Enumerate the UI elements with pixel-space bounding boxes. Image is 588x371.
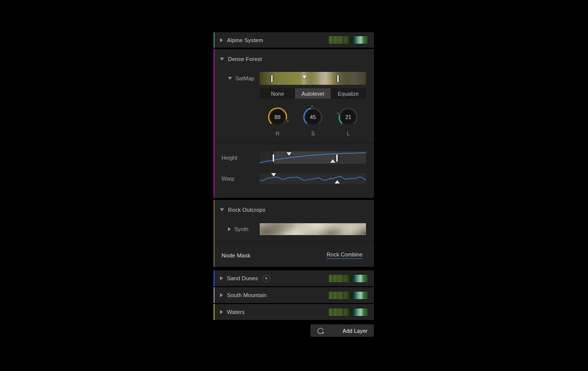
expand-arrow-icon[interactable]: [220, 208, 224, 211]
knob-value: 88: [265, 105, 290, 129]
saturation-knob[interactable]: 45: [300, 105, 325, 129]
collapse-arrow-icon[interactable]: [220, 276, 223, 280]
collapse-arrow-icon[interactable]: [228, 227, 231, 231]
layer-section-rock-outcrops: Rock Outcrops Synth Node Mask Rock Combi…: [214, 200, 374, 267]
hidden-eye-icon[interactable]: [263, 275, 270, 282]
height-curve-editor[interactable]: [260, 151, 366, 164]
collapse-arrow-icon[interactable]: [220, 293, 223, 297]
layer-thumbnail[interactable]: [329, 275, 368, 282]
mode-button-none[interactable]: None: [260, 88, 295, 99]
layer-header-dense-forest[interactable]: Dense Forest: [215, 49, 374, 64]
node-mask-label: Node Mask: [221, 252, 250, 258]
lightness-knob[interactable]: 21: [336, 105, 361, 129]
layers-panel: Alpine System Dense Forest SatMap: [214, 32, 374, 337]
hsl-knobs-row: 88 H 45 S 21 L: [260, 105, 366, 136]
knob-label: L: [347, 131, 350, 136]
layer-name: Alpine System: [227, 37, 263, 43]
divider: [215, 143, 374, 143]
range-handle-right[interactable]: [336, 154, 338, 162]
synth-row: Synth: [215, 223, 374, 235]
collapse-arrow-icon[interactable]: [220, 38, 223, 42]
gradient-marker[interactable]: [302, 75, 307, 79]
levels-mode-segmented-control: None Autolevel Equalize: [260, 88, 366, 99]
top-marker[interactable]: [271, 173, 276, 177]
layer-thumbnail[interactable]: [329, 292, 368, 299]
height-row: Height: [215, 151, 374, 164]
range-handle-left[interactable]: [272, 154, 275, 162]
layer-header-rock-outcrops[interactable]: Rock Outcrops: [215, 200, 374, 215]
bottom-marker[interactable]: [335, 180, 340, 184]
mode-button-equalize[interactable]: Equalize: [331, 88, 366, 99]
height-curve: [260, 151, 366, 164]
collapse-arrow-icon[interactable]: [220, 310, 223, 314]
layer-thumbnail[interactable]: [329, 36, 368, 44]
warp-label: Warp: [215, 176, 260, 182]
layer-name: Waters: [227, 309, 245, 315]
warp-curve-editor[interactable]: [260, 173, 366, 184]
layer-name: Sand Dunes: [227, 275, 258, 281]
satmap-row: SatMap: [215, 72, 374, 85]
synth-label: Synth: [234, 226, 248, 232]
footer: Add Layer: [214, 324, 374, 337]
gradient-handle-left[interactable]: [271, 74, 273, 83]
layer-thumbnail[interactable]: [329, 309, 368, 316]
knob-label: H: [276, 131, 279, 136]
hue-knob[interactable]: 88: [265, 105, 290, 129]
synth-texture-thumbnail[interactable]: [260, 223, 366, 235]
node-mask-link[interactable]: Rock Combine: [327, 251, 363, 259]
knob-value: 21: [336, 105, 361, 129]
expand-arrow-icon[interactable]: [220, 58, 224, 61]
knob-label: S: [311, 131, 315, 136]
node-mask-row: Node Mask Rock Combine: [215, 242, 374, 267]
layer-name: Dense Forest: [228, 56, 262, 62]
knob-value: 45: [300, 105, 325, 129]
add-layer-circle-plus-icon: [316, 326, 325, 335]
layer-name: South Mountain: [227, 292, 267, 298]
layer-section-dense-forest: Dense Forest SatMap None Autolevel Equal…: [214, 49, 374, 198]
bottom-marker[interactable]: [330, 159, 335, 163]
top-marker[interactable]: [287, 152, 292, 156]
height-label: Height: [215, 155, 260, 161]
add-layer-label: Add Layer: [343, 328, 368, 334]
layer-row-alpine-system[interactable]: Alpine System: [214, 32, 374, 48]
satmap-label: SatMap: [235, 75, 254, 81]
expand-arrow-icon[interactable]: [228, 77, 232, 80]
layer-name: Rock Outcrops: [228, 207, 265, 213]
mode-button-autolevel[interactable]: Autolevel: [295, 88, 330, 99]
add-layer-button[interactable]: Add Layer: [310, 324, 374, 337]
layer-row-sand-dunes[interactable]: Sand Dunes: [214, 270, 374, 286]
layer-row-south-mountain[interactable]: South Mountain: [214, 287, 374, 303]
layer-row-waters[interactable]: Waters: [214, 304, 374, 320]
warp-row: Warp: [215, 173, 374, 184]
gradient-handle-right[interactable]: [337, 74, 339, 83]
satmap-gradient-editor[interactable]: [260, 72, 366, 85]
